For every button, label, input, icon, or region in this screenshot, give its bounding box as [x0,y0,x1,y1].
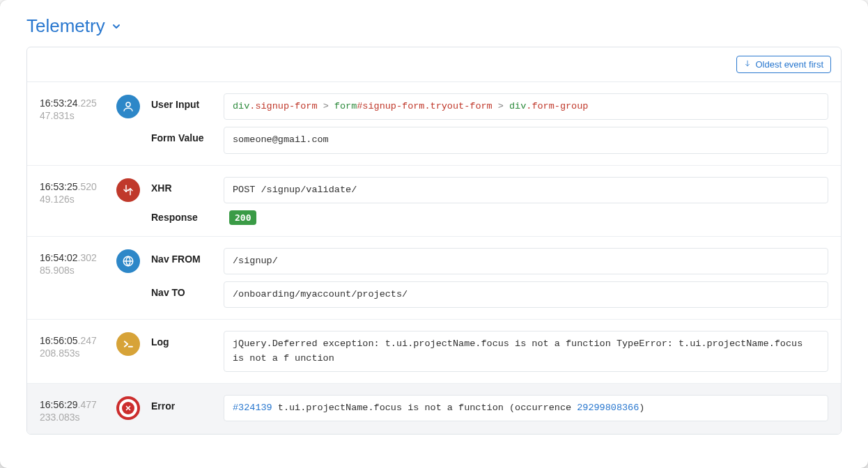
event-row: 16:56:29.477 233.083s Error #324139 t.ui… [27,384,841,434]
svg-point-1 [126,102,130,107]
field-label: Response [151,212,224,223]
event-row: 16:54:02.302 85.908s Nav FROM /signup/ N… [27,237,841,320]
nav-to-value: /onboarding/myaccount/projects/ [224,281,828,308]
telemetry-panel: Telemetry Oldest event first 16:53:24.22… [0,0,868,468]
xhr-icon [116,178,140,202]
user-icon [116,95,140,118]
timestamp: 16:54:02.302 85.908s [40,248,116,276]
sort-button[interactable]: Oldest event first [736,56,831,73]
arrow-down-icon [744,59,751,70]
chevron-down-icon[interactable] [111,21,122,32]
event-row: 16:53:25.520 49.126s XHR POST /signup/va… [27,166,841,237]
selector-value: div.signup-form > form#signup-form.tryou… [224,93,828,120]
field-label: Nav FROM [151,248,224,265]
section-header[interactable]: Telemetry [26,15,842,37]
timestamp: 16:56:05.247 208.853s [40,331,116,359]
field-label: Nav TO [151,281,224,298]
timestamp: 16:53:24.225 47.831s [40,93,116,121]
event-row: 16:53:24.225 47.831s User Input div.sign… [27,82,841,166]
error-value: #324139 t.ui.projectName.focus is not a … [224,395,828,421]
status-badge: 200 [229,210,256,225]
error-icon [116,396,140,420]
request-value: POST /signup/validate/ [224,177,828,203]
section-title[interactable]: Telemetry [26,15,105,37]
event-row: 16:56:05.247 208.853s Log jQuery.Deferre… [27,320,841,384]
occurrence-link[interactable]: 29299808366 [577,403,639,413]
events-panel: Oldest event first 16:53:24.225 47.831s … [26,47,842,435]
error-id-link[interactable]: #324139 [233,403,272,413]
form-value: someone@gmail.com [224,127,828,153]
toolbar: Oldest event first [27,47,841,82]
terminal-icon [116,332,140,356]
field-label: Error [151,395,224,412]
sort-button-label: Oldest event first [755,59,823,70]
nav-from-value: /signup/ [224,248,828,274]
globe-icon [116,249,140,273]
field-label: Log [151,331,224,348]
field-label: Form Value [151,127,224,143]
log-value: jQuery.Deferred exception: t.ui.projectN… [224,331,828,372]
timestamp: 16:56:29.477 233.083s [40,395,116,423]
field-label: XHR [151,177,224,194]
field-label: User Input [151,93,224,110]
timestamp: 16:53:25.520 49.126s [40,177,116,205]
